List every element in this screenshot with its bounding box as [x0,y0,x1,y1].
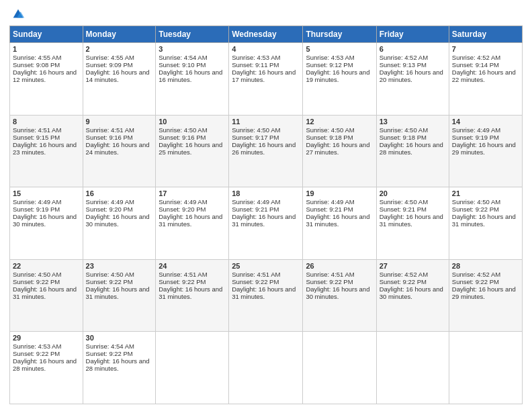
day-number: 14 [452,118,519,126]
table-row: 19 Sunrise: 4:49 AM Sunset: 9:21 PM Dayl… [303,187,376,260]
sunset-label: Sunset: 9:22 PM [159,278,206,285]
table-row: 24 Sunrise: 4:51 AM Sunset: 9:22 PM Dayl… [156,259,229,332]
daylight-label: Daylight: 16 hours and 19 minutes. [306,68,369,83]
sunset-label: Sunset: 9:14 PM [452,61,499,68]
table-row: 6 Sunrise: 4:52 AM Sunset: 9:13 PM Dayli… [376,43,449,116]
sunset-label: Sunset: 9:13 PM [380,61,427,68]
sunrise-label: Sunrise: 4:53 AM [13,342,61,350]
sunset-label: Sunset: 9:22 PM [452,278,499,285]
daylight-label: Daylight: 16 hours and 29 minutes. [452,285,516,300]
daylight-label: Daylight: 16 hours and 31 minutes. [452,213,516,228]
daylight-label: Daylight: 16 hours and 25 minutes. [159,141,222,156]
table-row: 5 Sunrise: 4:53 AM Sunset: 9:12 PM Dayli… [303,43,376,116]
table-row [376,332,449,404]
sunrise-label: Sunrise: 4:53 AM [306,54,354,61]
day-number: 5 [306,45,373,53]
daylight-label: Daylight: 16 hours and 31 minutes. [86,285,150,300]
table-row: 30 Sunrise: 4:54 AM Sunset: 9:22 PM Dayl… [83,332,156,404]
table-row: 3 Sunrise: 4:54 AM Sunset: 9:10 PM Dayli… [156,43,229,116]
table-row: 18 Sunrise: 4:49 AM Sunset: 9:21 PM Dayl… [229,187,303,260]
table-row: 28 Sunrise: 4:52 AM Sunset: 9:22 PM Dayl… [449,259,522,332]
daylight-label: Daylight: 16 hours and 30 minutes. [306,285,369,300]
daylight-label: Daylight: 16 hours and 26 minutes. [232,141,296,156]
table-row: 14 Sunrise: 4:49 AM Sunset: 9:19 PM Dayl… [449,115,522,187]
daylight-label: Daylight: 16 hours and 12 minutes. [13,68,77,83]
col-saturday: Saturday [449,26,522,43]
sunset-label: Sunset: 9:20 PM [86,205,133,213]
daylight-label: Daylight: 16 hours and 27 minutes. [306,141,369,156]
sunrise-label: Sunrise: 4:52 AM [452,54,500,61]
sunrise-label: Sunrise: 4:49 AM [13,198,61,205]
sunrise-label: Sunrise: 4:52 AM [380,54,428,61]
sunset-label: Sunset: 9:19 PM [452,134,499,141]
daylight-label: Daylight: 16 hours and 31 minutes. [13,285,77,300]
table-row [156,332,229,404]
header [9,7,523,21]
header-row: Sunday Monday Tuesday Wednesday Thursday… [10,26,523,43]
sunrise-label: Sunrise: 4:50 AM [380,126,428,134]
sunset-label: Sunset: 9:20 PM [159,205,206,213]
col-thursday: Thursday [303,26,376,43]
col-wednesday: Wednesday [229,26,303,43]
sunrise-label: Sunrise: 4:50 AM [306,126,354,134]
daylight-label: Daylight: 16 hours and 22 minutes. [452,68,516,83]
daylight-label: Daylight: 16 hours and 31 minutes. [159,213,222,228]
daylight-label: Daylight: 16 hours and 28 minutes. [13,357,77,372]
sunset-label: Sunset: 9:21 PM [232,205,279,213]
table-row: 26 Sunrise: 4:51 AM Sunset: 9:22 PM Dayl… [303,259,376,332]
daylight-label: Daylight: 16 hours and 20 minutes. [380,68,443,83]
day-number: 17 [159,189,226,197]
sunrise-label: Sunrise: 4:50 AM [159,126,207,134]
table-row: 17 Sunrise: 4:49 AM Sunset: 9:20 PM Dayl… [156,187,229,260]
daylight-label: Daylight: 16 hours and 31 minutes. [306,213,369,228]
calendar-table: Sunday Monday Tuesday Wednesday Thursday… [9,26,523,404]
table-row: 4 Sunrise: 4:53 AM Sunset: 9:11 PM Dayli… [229,43,303,116]
daylight-label: Daylight: 16 hours and 17 minutes. [232,68,296,83]
day-number: 30 [86,334,153,342]
sunrise-label: Sunrise: 4:51 AM [86,126,134,134]
sunrise-label: Sunrise: 4:49 AM [306,198,354,205]
sunset-label: Sunset: 9:22 PM [306,278,353,285]
table-row: 23 Sunrise: 4:50 AM Sunset: 9:22 PM Dayl… [83,259,156,332]
sunset-label: Sunset: 9:09 PM [86,61,133,68]
day-number: 23 [86,262,153,270]
day-number: 3 [159,45,226,53]
table-row: 10 Sunrise: 4:50 AM Sunset: 9:16 PM Dayl… [156,115,229,187]
table-row: 7 Sunrise: 4:52 AM Sunset: 9:14 PM Dayli… [449,43,522,116]
day-number: 21 [452,189,519,197]
daylight-label: Daylight: 16 hours and 16 minutes. [159,68,222,83]
day-number: 2 [86,45,153,53]
table-row: 11 Sunrise: 4:50 AM Sunset: 9:17 PM Dayl… [229,115,303,187]
sunset-label: Sunset: 9:22 PM [86,278,133,285]
table-row: 16 Sunrise: 4:49 AM Sunset: 9:20 PM Dayl… [83,187,156,260]
table-row: 13 Sunrise: 4:50 AM Sunset: 9:18 PM Dayl… [376,115,449,187]
day-number: 18 [232,189,300,197]
table-row: 8 Sunrise: 4:51 AM Sunset: 9:15 PM Dayli… [10,115,83,187]
col-friday: Friday [376,26,449,43]
day-number: 1 [13,45,80,53]
sunrise-label: Sunrise: 4:49 AM [86,198,134,205]
table-row: 9 Sunrise: 4:51 AM Sunset: 9:16 PM Dayli… [83,115,156,187]
daylight-label: Daylight: 16 hours and 30 minutes. [380,285,443,300]
sunrise-label: Sunrise: 4:55 AM [86,54,134,61]
daylight-label: Daylight: 16 hours and 30 minutes. [86,213,150,228]
sunrise-label: Sunrise: 4:49 AM [232,198,280,205]
sunrise-label: Sunrise: 4:49 AM [159,198,207,205]
table-row: 2 Sunrise: 4:55 AM Sunset: 9:09 PM Dayli… [83,43,156,116]
sunset-label: Sunset: 9:22 PM [13,278,60,285]
col-sunday: Sunday [10,26,83,43]
day-number: 10 [159,118,226,126]
day-number: 15 [13,189,80,197]
daylight-label: Daylight: 16 hours and 28 minutes. [86,357,150,372]
sunrise-label: Sunrise: 4:53 AM [232,54,280,61]
day-number: 26 [306,262,373,270]
sunset-label: Sunset: 9:12 PM [306,61,353,68]
sunrise-label: Sunrise: 4:51 AM [159,271,207,278]
sunset-label: Sunset: 9:21 PM [380,205,427,213]
day-number: 8 [13,118,80,126]
day-number: 19 [306,189,373,197]
sunrise-label: Sunrise: 4:49 AM [452,126,500,134]
daylight-label: Daylight: 16 hours and 23 minutes. [13,141,77,156]
sunset-label: Sunset: 9:08 PM [13,61,60,68]
day-number: 7 [452,45,519,53]
